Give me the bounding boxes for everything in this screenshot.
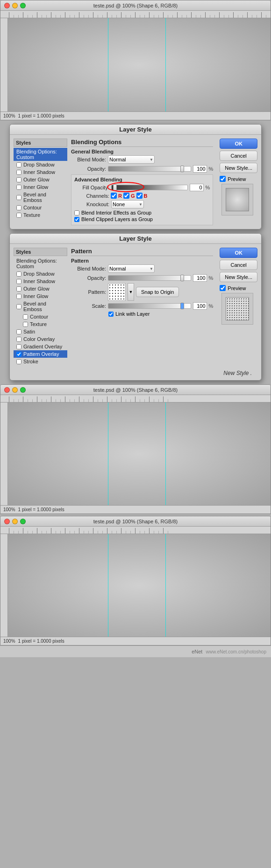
- maximize-btn-1[interactable]: [20, 3, 26, 8]
- d2-scale-input[interactable]: [193, 302, 207, 310]
- new-style-btn-2[interactable]: New Style...: [220, 272, 257, 282]
- cancel-btn-1[interactable]: Cancel: [220, 151, 257, 161]
- pattern-arrow-btn[interactable]: ▼: [128, 283, 134, 301]
- link-layer-label: Link with Layer: [115, 311, 150, 317]
- window-controls-3[interactable]: [4, 519, 26, 524]
- opacity-slider[interactable]: [108, 166, 191, 172]
- opacity-thumb[interactable]: [180, 166, 184, 172]
- right-panel-1: OK Cancel New Style... Preview: [217, 139, 257, 225]
- contour-check[interactable]: [16, 205, 21, 210]
- window-controls-1[interactable]: [4, 3, 26, 8]
- d2-stroke[interactable]: Stroke: [14, 358, 67, 365]
- blending-options-item-2[interactable]: Blending Options: Custom: [14, 257, 67, 270]
- d2-contour-check[interactable]: [23, 314, 28, 319]
- outer-glow-item[interactable]: Outer Glow: [14, 176, 67, 183]
- inner-glow-item[interactable]: Inner Glow: [14, 183, 67, 191]
- drop-shadow-item[interactable]: Drop Shadow: [14, 161, 67, 168]
- inner-shadow-check[interactable]: [16, 170, 21, 175]
- d2-opacity-input[interactable]: [193, 274, 207, 282]
- minimize-btn-2[interactable]: [12, 387, 18, 393]
- d2-blend-mode-select[interactable]: Normal ▼: [108, 264, 155, 273]
- d2-scale-label: Scale:: [71, 303, 106, 309]
- close-btn-2[interactable]: [4, 387, 10, 393]
- preview-check-2[interactable]: [220, 285, 226, 291]
- preview-check-1[interactable]: [220, 176, 226, 182]
- fill-opacity-slider[interactable]: [111, 185, 188, 190]
- channel-g-check[interactable]: [123, 193, 129, 199]
- channel-b-check[interactable]: [136, 193, 143, 199]
- guide-line-2: [165, 18, 166, 111]
- outer-glow-check[interactable]: [16, 177, 21, 182]
- opacity-input[interactable]: [193, 165, 207, 173]
- minimize-btn-3[interactable]: [12, 519, 18, 524]
- close-btn-1[interactable]: [4, 3, 10, 8]
- inner-glow-check[interactable]: [16, 185, 21, 190]
- minimize-btn-1[interactable]: [12, 3, 18, 8]
- maximize-btn-2[interactable]: [20, 387, 26, 393]
- ok-btn-1[interactable]: OK: [220, 139, 257, 149]
- bevel-emboss-item[interactable]: Bevel and Emboss: [14, 191, 67, 204]
- d2-color-overlay[interactable]: Color Overlay: [14, 335, 67, 343]
- d2-gradient-overlay-check[interactable]: [16, 344, 21, 349]
- d2-opacity-slider[interactable]: [108, 275, 191, 281]
- channel-b: B: [144, 193, 148, 199]
- zoom-level-3: 100%: [3, 639, 15, 644]
- knockout-select[interactable]: None ▼: [111, 200, 144, 208]
- blend-mode-select[interactable]: Normal ▼: [108, 155, 155, 164]
- blending-options-item[interactable]: Blending Options: Custom: [14, 148, 67, 161]
- d2-contour[interactable]: Contour: [14, 313, 67, 320]
- d2-scale-slider[interactable]: [108, 303, 191, 309]
- window-controls-2[interactable]: [4, 387, 26, 393]
- d2-scale-thumb[interactable]: [180, 303, 184, 309]
- d2-texture[interactable]: Texture: [14, 320, 67, 328]
- d2-drop-shadow[interactable]: Drop Shadow: [14, 270, 67, 278]
- maximize-btn-3[interactable]: [20, 519, 26, 524]
- cancel-btn-2[interactable]: Cancel: [220, 260, 257, 270]
- blend-mode-label: Blend Mode:: [71, 157, 106, 162]
- snap-to-origin-btn[interactable]: Snap to Origin: [136, 287, 179, 297]
- guide-line-3: [108, 403, 108, 505]
- d2-bevel-emboss-check[interactable]: [16, 304, 21, 309]
- pattern-sub-title: Pattern: [71, 258, 213, 264]
- dialog-body-1: Styles Blending Options: Custom Drop Sha…: [10, 135, 261, 229]
- blend-interior-check[interactable]: [74, 210, 79, 215]
- new-style-btn-1[interactable]: New Style...: [220, 163, 257, 173]
- d2-inner-shadow-check[interactable]: [16, 279, 21, 284]
- d2-texture-check[interactable]: [23, 322, 28, 327]
- guide-line-5: [108, 534, 108, 637]
- drop-shadow-check[interactable]: [16, 162, 21, 167]
- d2-opacity-thumb[interactable]: [180, 275, 184, 281]
- fill-opacity-thumb[interactable]: [113, 184, 117, 191]
- ok-btn-2[interactable]: OK: [220, 248, 257, 258]
- blend-clipped-check[interactable]: [74, 217, 79, 222]
- d2-satin-check[interactable]: [16, 329, 21, 334]
- d2-pattern-overlay-check[interactable]: [16, 352, 21, 357]
- contour-item[interactable]: Contour: [14, 204, 67, 211]
- fill-opacity-input[interactable]: [190, 184, 204, 191]
- d2-inner-glow[interactable]: Inner Glow: [14, 292, 67, 300]
- channels-label: Channels:: [74, 193, 109, 199]
- bevel-emboss-check[interactable]: [16, 195, 21, 200]
- gradient-area-2: [8, 403, 271, 505]
- titlebar-2: teste.psd @ 100% (Shape 6, RGB/8): [0, 385, 271, 395]
- d2-inner-glow-check[interactable]: [16, 294, 21, 299]
- d2-color-overlay-check[interactable]: [16, 337, 21, 342]
- d2-pattern-overlay[interactable]: Pattern Overlay: [14, 350, 67, 358]
- channel-r-check[interactable]: [111, 193, 117, 199]
- photoshop-window-2: teste.psd @ 100% (Shape 6, RGB/8): [0, 384, 271, 514]
- texture-check[interactable]: [16, 213, 21, 218]
- d2-satin[interactable]: Satin: [14, 328, 67, 335]
- inner-shadow-item[interactable]: Inner Shadow: [14, 168, 67, 176]
- link-layer-check[interactable]: [108, 312, 114, 317]
- d2-gradient-overlay[interactable]: Gradient Overlay: [14, 343, 67, 350]
- d2-stroke-check[interactable]: [16, 359, 21, 364]
- close-btn-3[interactable]: [4, 519, 10, 524]
- d2-outer-glow[interactable]: Outer Glow: [14, 285, 67, 292]
- texture-item[interactable]: Texture: [14, 211, 67, 219]
- pattern-thumbnail[interactable]: [108, 283, 126, 301]
- layer-style-dialog-1: Layer Style Styles Blending Options: Cus…: [9, 124, 262, 229]
- d2-inner-shadow[interactable]: Inner Shadow: [14, 278, 67, 285]
- d2-outer-glow-check[interactable]: [16, 286, 21, 292]
- d2-drop-shadow-check[interactable]: [16, 271, 21, 277]
- d2-bevel-emboss[interactable]: Bevel and Emboss: [14, 300, 67, 313]
